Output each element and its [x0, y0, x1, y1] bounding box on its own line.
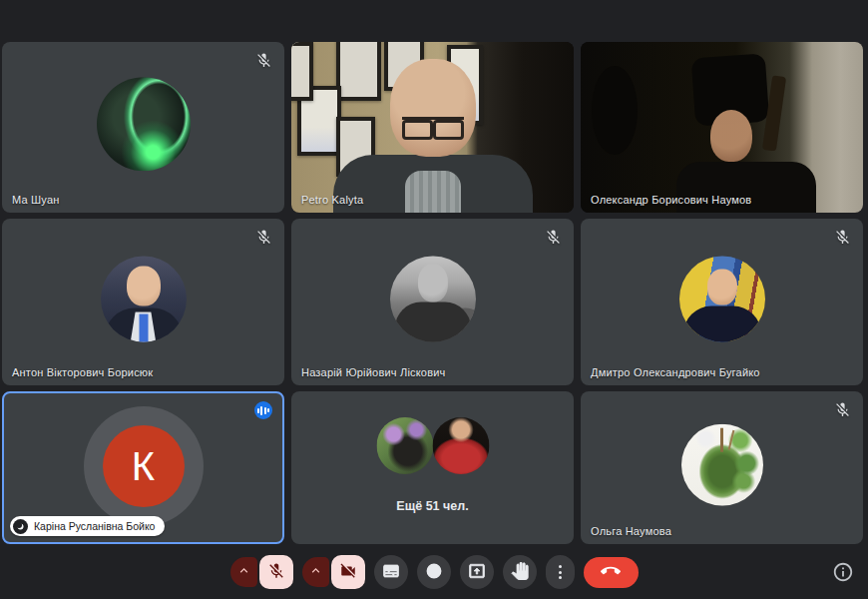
participant-name: Каріна Русланівна Бойко: [34, 520, 155, 532]
avatar: [432, 417, 489, 474]
chevron-up-icon: [308, 563, 323, 581]
raise-hand-button[interactable]: [503, 555, 537, 589]
person-head: [710, 110, 752, 162]
participant-name: Petro Kalyta: [301, 194, 363, 206]
mic-off-icon: [267, 562, 285, 583]
avatar: [681, 423, 763, 505]
person-sweater: [405, 171, 461, 213]
video-feed: [291, 42, 574, 213]
participant-tile-active-speaker[interactable]: К Каріна Русланівна Бойко: [2, 391, 284, 544]
audio-level-icon: [254, 401, 272, 419]
call-controls-toolbar: [0, 552, 868, 592]
mic-off-icon: [255, 52, 272, 69]
overflow-count-label: Ещё 51 чел.: [291, 499, 574, 513]
mic-options-button[interactable]: [230, 557, 257, 587]
person-glasses: [402, 117, 464, 136]
camera-toggle-button[interactable]: [331, 555, 365, 589]
participant-name: Ма Шуан: [12, 194, 60, 206]
overflow-tile[interactable]: Ещё 51 чел.: [291, 391, 574, 544]
background-shape: [592, 66, 637, 155]
avatar: [679, 256, 765, 341]
active-speaker-name-pill: Каріна Русланівна Бойко: [10, 516, 165, 536]
meeting-info-button[interactable]: [832, 561, 854, 583]
present-screen-icon: [468, 562, 486, 583]
person-head: [390, 59, 476, 157]
participant-tile[interactable]: Ма Шуан: [2, 42, 284, 213]
captions-button[interactable]: [374, 555, 408, 589]
smiley-face-icon: [425, 562, 443, 583]
participant-name: Назарій Юрійович Ліскович: [301, 366, 446, 378]
mic-off-icon: [834, 229, 851, 246]
present-screen-button[interactable]: [460, 555, 494, 589]
participant-name: Антон Вікторович Борисюк: [12, 366, 153, 378]
mic-off-icon: [255, 229, 272, 246]
avatar: [390, 256, 476, 341]
participant-tile[interactable]: Антон Вікторович Борисюк: [2, 219, 284, 385]
mini-avatar-icon: [13, 519, 28, 534]
mic-toggle-button[interactable]: [259, 555, 293, 589]
mic-off-icon: [545, 229, 562, 246]
participant-tile[interactable]: Олександр Борисович Наумов: [581, 42, 863, 213]
info-icon: [832, 571, 854, 586]
closed-captions-icon: [382, 562, 400, 583]
wall-frame: [291, 42, 313, 101]
participant-name: Олександр Борисович Наумов: [591, 194, 751, 206]
mic-off-icon: [834, 401, 851, 418]
videocam-off-icon: [339, 562, 357, 583]
more-options-button[interactable]: [546, 555, 575, 589]
avatar: [97, 77, 191, 171]
participant-tile[interactable]: Назарій Юрійович Ліскович: [291, 219, 574, 385]
avatar-initial: К: [103, 425, 185, 507]
mic-control-group: [230, 555, 293, 589]
participant-tile[interactable]: Petro Kalyta: [291, 42, 574, 213]
reactions-button[interactable]: [417, 555, 451, 589]
participant-name: Дмитро Олександрович Бугайко: [591, 366, 760, 378]
camera-options-button[interactable]: [302, 557, 329, 587]
leave-call-button[interactable]: [584, 557, 639, 588]
overflow-avatars: [376, 417, 489, 474]
participant-tile[interactable]: Дмитро Олександрович Бугайко: [581, 219, 863, 385]
participant-grid: Ма Шуан Petro Kalyta: [2, 42, 863, 544]
meeting-window: Ма Шуан Petro Kalyta: [0, 0, 868, 599]
participant-name: Ольга Наумова: [591, 525, 671, 537]
wall-frame: [336, 42, 381, 101]
avatar-letter: К: [132, 446, 155, 486]
avatar: [376, 417, 433, 474]
call-end-icon: [601, 561, 621, 584]
video-feed: [581, 42, 863, 213]
chevron-up-icon: [236, 563, 251, 581]
three-dots-vertical-icon: [559, 565, 562, 579]
avatar: [101, 256, 187, 341]
raised-hand-icon: [511, 562, 529, 583]
camera-control-group: [302, 555, 365, 589]
participant-tile[interactable]: Ольга Наумова: [581, 391, 863, 544]
